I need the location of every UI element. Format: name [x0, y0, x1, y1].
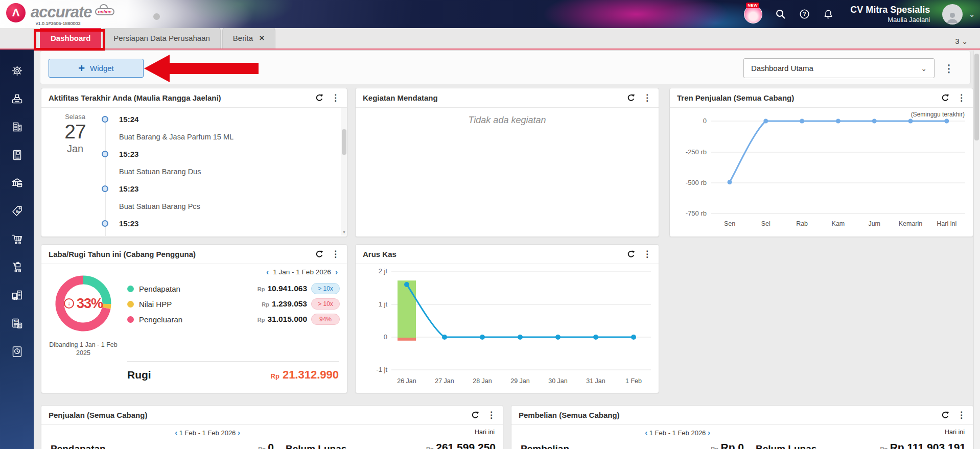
plus-icon: +	[78, 63, 85, 74]
timeline-line	[105, 119, 106, 236]
refresh-icon[interactable]	[941, 411, 950, 420]
person-icon	[945, 9, 960, 25]
svg-text:1 jt: 1 jt	[379, 300, 388, 308]
fixed-assets-icon[interactable]	[10, 289, 24, 302]
refresh-icon[interactable]	[471, 411, 480, 420]
company-buildings-icon[interactable]	[10, 120, 24, 134]
widget-scrollbar[interactable]: ▼	[341, 108, 347, 235]
svg-text:1 Feb: 1 Feb	[625, 377, 642, 385]
svg-text:?: ?	[803, 11, 806, 17]
kebab-menu-icon[interactable]: ⋮	[331, 250, 340, 258]
svg-text:2 jt: 2 jt	[379, 267, 388, 275]
growth-badge: > 10x	[311, 298, 340, 310]
kebab-menu-icon[interactable]: ⋮	[331, 93, 340, 102]
sidebar-nav: Rp TAX	[0, 28, 34, 449]
widget-title: Penjualan (Semua Cabang)	[49, 411, 147, 419]
kebab-menu-icon[interactable]: ⋮	[643, 250, 651, 258]
account-info[interactable]: CV Mitra Spesialis Maulia Jaelani	[850, 4, 930, 24]
scrollbar-thumb[interactable]	[342, 129, 346, 155]
notifications-bell-icon[interactable]	[823, 9, 834, 20]
comparison-caption: Dibanding 1 Jan - 1 Feb 2025	[43, 341, 123, 357]
timeline-dot-icon	[102, 220, 108, 227]
app-logo[interactable]: Λ accurate online	[6, 2, 115, 22]
metric-value: Rp 111.903.191	[890, 441, 966, 449]
legend-row-pengeluaran: Pengeluaran Rp31.015.000 94%	[127, 313, 340, 325]
prev-period-icon[interactable]: ‹	[645, 428, 647, 437]
timeline-dot-icon	[102, 151, 108, 157]
widget-cash-flow: Arus Kas ⋮ 2 jt1 jt0-1 jt26 Jan27 Jan28 …	[355, 244, 659, 393]
dashboard-select[interactable]: Dashboard Utama ⌄	[743, 58, 935, 78]
tab-overflow-menu[interactable]: 3 ⌄	[955, 37, 968, 45]
prev-period-icon[interactable]: ‹	[266, 269, 269, 275]
ledger-book-icon[interactable]	[10, 148, 24, 162]
scrollbar-down-icon[interactable]: ▼	[342, 230, 346, 234]
svg-text:28 Jan: 28 Jan	[473, 377, 492, 385]
result-value: 21.312.990	[283, 368, 339, 382]
accurate-logo-icon: Λ	[6, 3, 26, 22]
metric-value: Rp 0	[720, 441, 744, 449]
tab-dashboard[interactable]: Dashboard	[40, 27, 101, 49]
legend-dot-green	[127, 286, 134, 292]
tax-document-icon[interactable]: TAX	[10, 317, 24, 330]
period-label: 1 Feb - 1 Feb 2026	[179, 429, 236, 437]
cash-register-icon[interactable]	[10, 92, 24, 106]
search-icon[interactable]	[775, 8, 786, 20]
sales-trend-chart: 0-250 rb-500 rb-750 rbSenSelRabKamJumKem…	[670, 109, 973, 237]
widget-title: Tren Penjualan (Semua Cabang)	[677, 93, 794, 102]
period-tag: Hari ini	[945, 429, 965, 436]
close-tab-icon[interactable]: ✕	[259, 34, 265, 42]
cash-flow-chart: 2 jt1 jt0-1 jt26 Jan27 Jan28 Jan29 Jan30…	[356, 264, 659, 393]
settings-gear-icon[interactable]	[10, 64, 24, 78]
add-widget-button[interactable]: + Widget	[49, 59, 144, 78]
dashboard-toolbar: + Widget Dashboard Utama ⌄ ⋮	[40, 51, 971, 84]
kebab-menu-icon[interactable]: ⋮	[957, 411, 966, 419]
reports-pie-icon[interactable]	[10, 345, 24, 359]
widget-title: Pembelian (Semua Cabang)	[519, 411, 620, 419]
growth-badge: 94%	[311, 314, 340, 325]
bank-icon[interactable]	[10, 176, 24, 190]
inventory-trolley-icon[interactable]	[10, 261, 24, 274]
price-tag-rp-icon[interactable]: Rp	[10, 204, 24, 218]
kebab-menu-icon[interactable]: ⋮	[957, 93, 966, 102]
svg-text:-750 rb: -750 rb	[686, 209, 707, 217]
page-scrollbar[interactable]	[973, 51, 980, 449]
result-row: Rugi Rp 21.312.990	[127, 368, 339, 382]
account-chevron-down-icon[interactable]: ⌄	[969, 10, 975, 18]
activity-date: Selasa 27 Jan	[49, 113, 102, 155]
svg-text:0: 0	[384, 333, 387, 341]
tab-berita[interactable]: Berita ✕	[222, 27, 275, 49]
activity-timeline: Selasa 27 Jan 15:24 Buat Barang & Jasa P…	[49, 108, 340, 236]
next-period-icon[interactable]: ›	[708, 428, 710, 437]
svg-text:Jum: Jum	[868, 220, 880, 227]
refresh-icon[interactable]	[626, 250, 636, 259]
legend-dot-pink	[127, 316, 134, 323]
result-label: Rugi	[127, 369, 151, 381]
help-icon[interactable]: ?	[799, 8, 810, 20]
company-name: CV Mitra Spesialis	[850, 4, 930, 16]
period-navigator: ‹ 1 Feb - 1 Feb 2026 ›	[41, 428, 374, 437]
refresh-icon[interactable]	[315, 93, 324, 103]
period-label: 1 Jan - 1 Feb 2026	[273, 268, 331, 276]
kebab-menu-icon[interactable]: ⋮	[643, 93, 651, 102]
period-label: 1 Feb - 1 Feb 2026	[649, 429, 706, 437]
metric-value: 0	[268, 441, 274, 449]
shopping-cart-icon[interactable]	[10, 232, 24, 246]
next-period-icon[interactable]: ›	[238, 428, 240, 437]
next-period-icon[interactable]: ›	[335, 269, 338, 275]
kebab-menu-icon[interactable]: ⋮	[487, 411, 496, 419]
refresh-icon[interactable]	[626, 93, 636, 103]
refresh-icon[interactable]	[315, 250, 324, 259]
scrollbar-thumb[interactable]	[974, 54, 979, 140]
refresh-icon[interactable]	[941, 93, 950, 103]
user-avatar[interactable]	[942, 4, 963, 25]
divider	[127, 361, 339, 362]
toolbar-kebab-menu[interactable]: ⋮	[944, 62, 954, 75]
metric-label: Belum Lunas	[756, 443, 816, 449]
svg-text:31 Jan: 31 Jan	[586, 377, 605, 385]
svg-text:-500 rb: -500 rb	[686, 179, 707, 186]
prev-period-icon[interactable]: ‹	[175, 428, 177, 437]
user-name: Maulia Jaelani	[850, 16, 930, 24]
app-version: v1.0.1#3605-1880003	[36, 21, 81, 26]
assistant-avatar[interactable]: NEW	[744, 5, 762, 23]
tab-persiapan-data-perusahaan[interactable]: Persiapan Data Perusahaan	[103, 27, 220, 49]
